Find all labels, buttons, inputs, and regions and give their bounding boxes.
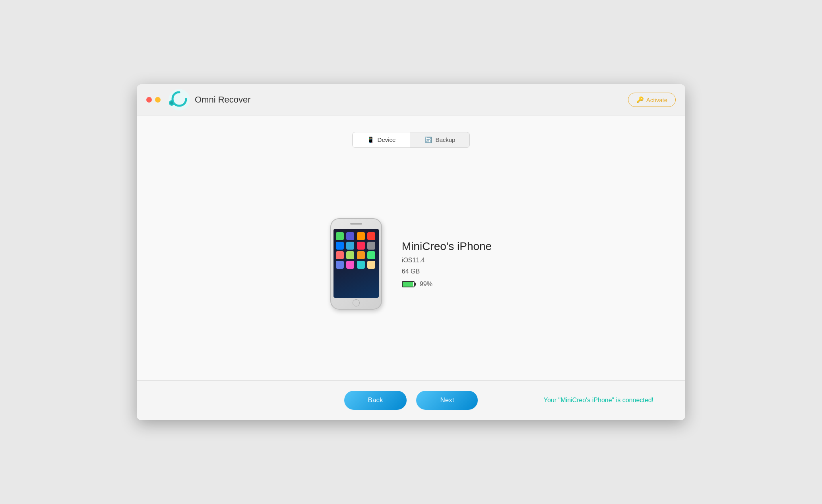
battery-percent: 99% bbox=[420, 281, 432, 288]
app-window: Omni Recover 🔑 Activate 📱 Device 🔄 Backu… bbox=[137, 84, 685, 420]
app-icon bbox=[357, 261, 365, 269]
app-icon bbox=[336, 251, 344, 259]
app-icon bbox=[346, 242, 354, 250]
app-icon bbox=[367, 261, 375, 269]
device-name: MiniCreo's iPhone bbox=[402, 240, 492, 253]
next-button[interactable]: Next bbox=[416, 391, 478, 410]
battery-icon bbox=[402, 281, 416, 287]
minimize-button[interactable] bbox=[155, 97, 161, 103]
app-icon bbox=[357, 251, 365, 259]
app-logo bbox=[169, 89, 190, 110]
app-icon bbox=[336, 242, 344, 250]
app-icon bbox=[346, 261, 354, 269]
close-button[interactable] bbox=[146, 97, 152, 103]
app-icon bbox=[336, 232, 344, 240]
device-tab-icon: 📱 bbox=[367, 136, 374, 143]
back-button[interactable]: Back bbox=[344, 391, 407, 410]
app-icon bbox=[346, 251, 354, 259]
app-icon bbox=[357, 242, 365, 250]
backup-tab-icon: 🔄 bbox=[425, 136, 432, 143]
device-ios: iOS11.4 bbox=[402, 257, 492, 264]
tab-device[interactable]: 📱 Device bbox=[353, 132, 411, 147]
app-icon bbox=[346, 232, 354, 240]
connected-status: Your "MiniCreo's iPhone" is connected! bbox=[544, 397, 653, 404]
battery-fill bbox=[403, 282, 413, 287]
tab-selector: 📱 Device 🔄 Backup bbox=[352, 132, 470, 148]
app-icon bbox=[367, 232, 375, 240]
device-tab-label: Device bbox=[378, 136, 396, 143]
device-info: MiniCreo's iPhone iOS11.4 64 GB 99% bbox=[402, 240, 492, 288]
app-icon bbox=[336, 261, 344, 269]
iphone-screen bbox=[333, 229, 379, 298]
activate-button[interactable]: 🔑 Activate bbox=[628, 93, 676, 107]
iphone-illustration bbox=[330, 218, 382, 310]
tab-backup[interactable]: 🔄 Backup bbox=[410, 132, 469, 147]
titlebar: Omni Recover 🔑 Activate bbox=[137, 84, 685, 116]
app-icon bbox=[367, 251, 375, 259]
battery-body bbox=[402, 281, 415, 287]
traffic-lights bbox=[146, 97, 161, 103]
device-area: MiniCreo's iPhone iOS11.4 64 GB 99% bbox=[330, 148, 492, 380]
iphone-home-button bbox=[353, 299, 360, 306]
app-name: Omni Recover bbox=[195, 95, 251, 105]
activate-label: Activate bbox=[646, 97, 667, 103]
logo-area: Omni Recover bbox=[169, 89, 251, 110]
app-grid bbox=[333, 229, 379, 271]
main-content: 📱 Device 🔄 Backup bbox=[137, 116, 685, 380]
app-icon bbox=[367, 242, 375, 250]
svg-point-2 bbox=[170, 101, 173, 105]
backup-tab-label: Backup bbox=[435, 136, 455, 143]
iphone-speaker bbox=[350, 223, 362, 225]
key-icon: 🔑 bbox=[636, 96, 644, 103]
battery-row: 99% bbox=[402, 281, 492, 288]
bottom-bar: Back Next Your "MiniCreo's iPhone" is co… bbox=[137, 380, 685, 420]
device-storage: 64 GB bbox=[402, 268, 492, 275]
iphone-body bbox=[330, 218, 382, 310]
app-icon bbox=[357, 232, 365, 240]
